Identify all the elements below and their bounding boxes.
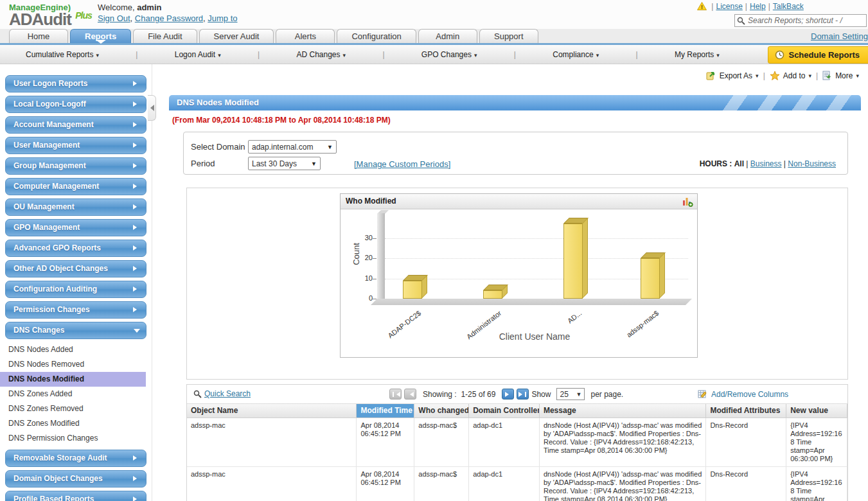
period-label: Period bbox=[191, 159, 215, 168]
menu-item-gpo-changes[interactable]: GPO Changes▾ bbox=[421, 50, 477, 59]
next-page-button[interactable] bbox=[502, 389, 514, 400]
chart-add-icon[interactable] bbox=[682, 197, 693, 207]
report-title-bar: DNS Nodes Modified bbox=[169, 95, 861, 110]
table-body: adssp-macApr 08,2014 06:45:12 PMadssp-ma… bbox=[187, 418, 847, 501]
sidebar-item-account-management[interactable]: Account Management bbox=[5, 116, 146, 134]
tab-alerts[interactable]: Alerts bbox=[276, 29, 335, 43]
sidebar-subitem-dns-nodes-removed[interactable]: DNS Nodes Removed bbox=[0, 357, 152, 372]
chevron-down-icon: ▼ bbox=[576, 391, 582, 398]
title-bar-stripes bbox=[713, 95, 861, 110]
report-search bbox=[734, 14, 867, 27]
menu-item-cumulative-reports[interactable]: Cumulative Reports▾ bbox=[26, 50, 99, 59]
page-size-select[interactable]: 25▼ bbox=[556, 388, 585, 400]
sidebar-item-gpo-management[interactable]: GPO Management bbox=[5, 219, 146, 236]
last-page-button[interactable] bbox=[517, 389, 529, 400]
manage-custom-periods-link[interactable]: [Manage Custom Periods] bbox=[354, 159, 450, 169]
column-header-domain-controller[interactable]: Domain Controller bbox=[469, 404, 540, 418]
sidebar-item-user-logon-reports[interactable]: User Logon Reports bbox=[5, 75, 146, 92]
search-input[interactable] bbox=[748, 15, 865, 26]
column-header-message[interactable]: Message bbox=[540, 404, 706, 418]
first-page-button[interactable] bbox=[389, 389, 402, 400]
sidebar-subitem-dns-nodes-modified[interactable]: DNS Nodes Modified bbox=[0, 372, 146, 387]
tab-support[interactable]: Support bbox=[479, 29, 538, 43]
sidebar-subitem-dns-zones-added[interactable]: DNS Zones Added bbox=[0, 387, 152, 401]
sidebar-item-dns-changes[interactable]: DNS Changes bbox=[5, 322, 146, 339]
x-axis-label: Client User Name bbox=[377, 331, 692, 342]
cell-new-value: {IPV4 Address=192:168 Time stamp=Apr 06:… bbox=[786, 467, 847, 501]
more-button[interactable]: More▾ bbox=[822, 71, 859, 80]
sidebar-subitem-dns-zones-removed[interactable]: DNS Zones Removed bbox=[0, 401, 152, 416]
sidebar-item-local-logon-logoff[interactable]: Local Logon-Logoff bbox=[5, 96, 146, 113]
reports-menu-bar: Cumulative Reports▾|Logon Audit▾|AD Chan… bbox=[0, 45, 868, 64]
domain-settings-link[interactable]: Domain Settings bbox=[811, 31, 868, 41]
sidebar-item-user-management[interactable]: User Management bbox=[5, 137, 146, 154]
link-help[interactable]: Help bbox=[750, 2, 766, 11]
chevron-right-icon bbox=[133, 122, 139, 127]
quick-search-link[interactable]: Quick Search bbox=[193, 389, 251, 398]
sidebar-item-domain-object-changes[interactable]: Domain Object Changes bbox=[5, 470, 146, 488]
cell-object-name: adssp-mac bbox=[187, 418, 357, 466]
sidebar-item-advanced-gpo-reports[interactable]: Advanced GPO Reports bbox=[5, 240, 146, 257]
add-to-button[interactable]: Add to▾ bbox=[770, 71, 811, 80]
link-jump-to[interactable]: Jump to bbox=[208, 13, 237, 23]
chevron-down-icon: ▼ bbox=[327, 144, 333, 150]
menu-item-compliance[interactable]: Compliance▾ bbox=[553, 50, 599, 59]
chevron-right-icon bbox=[133, 143, 139, 148]
domain-select[interactable]: adap.internal.com▼ bbox=[248, 140, 337, 154]
chevron-right-icon bbox=[133, 307, 139, 312]
axis-wall bbox=[377, 213, 385, 299]
hours-all[interactable]: All bbox=[734, 159, 744, 168]
sidebar-item-profile-based-reports[interactable]: Profile Based Reports bbox=[5, 491, 146, 501]
sidebar-item-group-management[interactable]: Group Management bbox=[5, 157, 146, 175]
hours-business-link[interactable]: Business bbox=[750, 159, 782, 168]
menu-item-ad-changes[interactable]: AD Changes▾ bbox=[296, 50, 346, 59]
sidebar-item-computer-management[interactable]: Computer Management bbox=[5, 178, 146, 195]
menu-item-logon-audit[interactable]: Logon Audit▾ bbox=[175, 50, 221, 59]
previous-page-button[interactable] bbox=[404, 389, 416, 400]
hours-non-business-link[interactable]: Non-Business bbox=[788, 159, 836, 168]
cell-modified-time: Apr 08,2014 06:45:12 PM bbox=[357, 418, 414, 466]
cell-domain-controller: adap-dc1 bbox=[469, 467, 540, 501]
add-remove-columns-link[interactable]: Add/Remove Columns bbox=[698, 389, 788, 399]
chevron-right-icon bbox=[133, 455, 139, 461]
sidebar-item-removable-storage-audit[interactable]: Removable Storage Audit bbox=[5, 450, 146, 467]
tab-server-audit[interactable]: Server Audit bbox=[199, 29, 274, 43]
showing-range: 1-25 of 69 bbox=[461, 390, 495, 399]
sidebar-collapse-handle[interactable] bbox=[148, 95, 156, 121]
period-select[interactable]: Last 30 Days▼ bbox=[248, 157, 321, 170]
tab-reports[interactable]: Reports bbox=[70, 29, 131, 43]
export-as-button[interactable]: Export As▾ bbox=[706, 71, 759, 80]
tab-configuration[interactable]: Configuration bbox=[337, 29, 416, 43]
sidebar-subitem-dns-nodes-added[interactable]: DNS Nodes Added bbox=[0, 342, 152, 357]
link-talkback[interactable]: TalkBack bbox=[773, 2, 804, 11]
reports-sidebar: User Logon ReportsLocal Logon-LogoffAcco… bbox=[0, 64, 152, 501]
chevron-down-icon: ▾ bbox=[343, 52, 346, 58]
column-header-who-changed[interactable]: Who changed bbox=[414, 404, 469, 418]
report-date-range: (From Mar 09,2014 10:48:18 PM to Apr 08,… bbox=[172, 116, 391, 125]
top-header: ManageEngine) ADAudit Plus Welcome, admi… bbox=[0, 0, 868, 29]
menu-separator: | bbox=[136, 50, 137, 59]
toolbar-separator: | bbox=[763, 71, 765, 80]
sidebar-item-ou-management[interactable]: OU Management bbox=[5, 198, 146, 216]
sidebar-subitem-dns-zones-modified[interactable]: DNS Zones Modified bbox=[0, 416, 152, 431]
column-header-modified-attributes[interactable]: Modified Attributes bbox=[706, 404, 786, 418]
sidebar-item-permission-changes[interactable]: Permission Changes bbox=[5, 301, 146, 319]
tab-admin[interactable]: Admin bbox=[418, 29, 477, 43]
menu-item-my-reports[interactable]: My Reports▾ bbox=[675, 50, 720, 59]
tab-file-audit[interactable]: File Audit bbox=[133, 29, 197, 43]
more-icon bbox=[822, 71, 832, 80]
link-license[interactable]: License bbox=[716, 2, 742, 11]
tab-home[interactable]: Home bbox=[9, 29, 68, 43]
sidebar-subitem-dns-permission-changes[interactable]: DNS Permission Changes bbox=[0, 431, 152, 446]
link-sign-out[interactable]: Sign Out bbox=[98, 13, 130, 23]
sidebar-item-other-ad-object-changes[interactable]: Other AD Object Changes bbox=[5, 260, 146, 277]
warning-icon[interactable]: ! bbox=[697, 2, 707, 10]
column-header-object-name[interactable]: Object Name bbox=[187, 404, 357, 418]
sidebar-item-configuration-auditing[interactable]: Configuration Auditing bbox=[5, 281, 146, 298]
adaudit-plus-app: ManageEngine) ADAudit Plus Welcome, admi… bbox=[0, 0, 868, 501]
column-header-new-value[interactable]: New value bbox=[786, 404, 847, 418]
gridline bbox=[385, 238, 688, 239]
link-change-password[interactable]: Change Password bbox=[135, 13, 203, 23]
column-header-modified-time[interactable]: Modified Time▾ bbox=[357, 404, 414, 418]
schedule-reports-button[interactable]: Schedule Reports bbox=[768, 46, 868, 64]
